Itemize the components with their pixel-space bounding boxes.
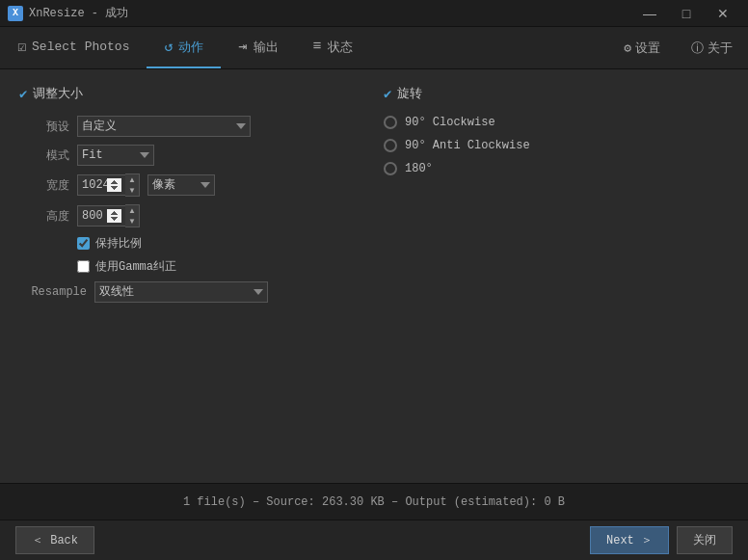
statusbar: 1 file(s) – Source: 263.30 KB – Output (… xyxy=(0,483,748,520)
height-row: 高度 ▲ ▼ xyxy=(19,204,364,227)
about-icon: ⓘ xyxy=(691,40,704,57)
tab-status-icon: ≡ xyxy=(313,39,322,55)
tab-status[interactable]: ≡ 状态 xyxy=(296,27,370,68)
resize-panel: ✔ 调整大小 预设 自定义 640x480 800x600 1024x768 模… xyxy=(19,85,364,467)
width-decrement[interactable]: ▼ xyxy=(125,185,139,196)
width-spinner: ▲ ▼ xyxy=(77,173,140,197)
gamma-label: 使用Gamma纠正 xyxy=(95,258,176,275)
about-label: 关于 xyxy=(708,40,733,57)
next-button[interactable]: Next ＞ xyxy=(590,526,669,554)
main-content: ✔ 调整大小 预设 自定义 640x480 800x600 1024x768 模… xyxy=(0,69,748,483)
rotate-90ccw-row: 90° Anti Clockwise xyxy=(384,139,729,152)
keep-ratio-checkbox[interactable] xyxy=(77,237,90,250)
tab-settings[interactable]: ⚙ 设置 xyxy=(608,27,676,68)
rotate-90cw-label: 90° Clockwise xyxy=(405,116,495,129)
tab-select-icon: ☑ xyxy=(17,38,26,56)
tab-output[interactable]: ⇥ 输出 xyxy=(221,27,295,68)
keep-ratio-label: 保持比例 xyxy=(95,235,142,252)
titlebar-controls: — □ ✕ xyxy=(632,3,740,24)
rotate-180-radio[interactable] xyxy=(384,162,397,175)
width-increment[interactable]: ▲ xyxy=(125,174,139,185)
close-button[interactable]: ✕ xyxy=(706,3,740,24)
tab-output-label: 输出 xyxy=(254,39,279,56)
keep-ratio-row: 保持比例 xyxy=(77,235,364,252)
rotate-section-title: 旋转 xyxy=(397,85,422,102)
rotate-section-header: ✔ 旋转 xyxy=(384,85,729,102)
resize-section-header: ✔ 调整大小 xyxy=(19,85,364,102)
titlebar-left: X XnResize - 成功 xyxy=(8,5,128,21)
width-spinner-buttons: ▲ ▼ xyxy=(125,173,140,197)
settings-icon: ⚙ xyxy=(624,40,631,56)
app-icon: X xyxy=(8,6,23,21)
tab-output-icon: ⇥ xyxy=(238,38,247,56)
rotate-90cw-radio[interactable] xyxy=(384,116,397,129)
tab-action[interactable]: ↺ 动作 xyxy=(147,27,221,68)
tab-about[interactable]: ⓘ 关于 xyxy=(676,27,748,68)
preset-label: 预设 xyxy=(19,119,69,135)
resample-label: Resample xyxy=(19,285,87,299)
titlebar-title: XnResize - 成功 xyxy=(29,5,128,21)
mode-label: 模式 xyxy=(19,147,69,164)
rotate-check-icon: ✔ xyxy=(384,86,391,102)
tab-select[interactable]: ☑ Select Photos xyxy=(0,27,147,68)
height-spinner: ▲ ▼ xyxy=(77,204,140,227)
height-spinner-buttons: ▲ ▼ xyxy=(125,204,140,227)
tab-action-icon: ↺ xyxy=(164,38,173,56)
preset-select[interactable]: 自定义 640x480 800x600 1024x768 xyxy=(77,116,251,137)
width-label: 宽度 xyxy=(19,177,69,194)
tabbar: ☑ Select Photos ↺ 动作 ⇥ 输出 ≡ 状态 ⚙ 设置 ⓘ 关于 xyxy=(0,27,748,69)
width-input[interactable] xyxy=(77,174,125,196)
minimize-button[interactable]: — xyxy=(632,3,667,24)
unit-select[interactable]: 像素 厘米 % xyxy=(147,174,215,196)
mode-select[interactable]: Fit Stretch Crop xyxy=(77,145,154,166)
titlebar: X XnResize - 成功 — □ ✕ xyxy=(0,0,748,27)
rotate-panel: ✔ 旋转 90° Clockwise 90° Anti Clockwise 18… xyxy=(384,85,729,467)
rotate-90ccw-radio[interactable] xyxy=(384,139,397,152)
statusbar-text: 1 file(s) – Source: 263.30 KB – Output (… xyxy=(183,495,565,509)
height-label: 高度 xyxy=(19,208,69,225)
rotate-180-label: 180° xyxy=(405,162,433,175)
tab-status-label: 状态 xyxy=(328,39,353,56)
resize-check-icon: ✔ xyxy=(19,86,27,102)
rotate-180-row: 180° xyxy=(384,162,729,175)
settings-label: 设置 xyxy=(635,40,660,57)
maximize-button[interactable]: □ xyxy=(669,3,704,24)
resample-row: Resample 双线性 最近邻 双三次 Lanczos xyxy=(19,281,364,303)
gamma-checkbox[interactable] xyxy=(77,260,90,273)
width-row: 宽度 ▲ ▼ 像素 厘米 % xyxy=(19,173,364,197)
close-button-bottom[interactable]: 关闭 xyxy=(677,526,733,554)
gamma-row: 使用Gamma纠正 xyxy=(77,258,364,275)
height-increment[interactable]: ▲ xyxy=(125,205,139,216)
tab-select-label: Select Photos xyxy=(32,40,129,54)
height-decrement[interactable]: ▼ xyxy=(125,216,139,227)
rotate-90cw-row: 90° Clockwise xyxy=(384,116,729,129)
preset-row: 预设 自定义 640x480 800x600 1024x768 xyxy=(19,116,364,137)
resample-select[interactable]: 双线性 最近邻 双三次 Lanczos xyxy=(94,281,268,303)
rotate-90ccw-label: 90° Anti Clockwise xyxy=(405,139,530,152)
back-button[interactable]: ＜ Back xyxy=(15,526,94,554)
bottom-right-buttons: Next ＞ 关闭 xyxy=(590,526,733,554)
height-input[interactable] xyxy=(77,205,125,227)
tab-action-label: 动作 xyxy=(178,39,203,56)
resize-section-title: 调整大小 xyxy=(33,85,83,102)
mode-row: 模式 Fit Stretch Crop xyxy=(19,145,364,166)
rotate-radio-group: 90° Clockwise 90° Anti Clockwise 180° xyxy=(384,116,729,175)
bottombar: ＜ Back Next ＞ 关闭 xyxy=(0,520,748,560)
